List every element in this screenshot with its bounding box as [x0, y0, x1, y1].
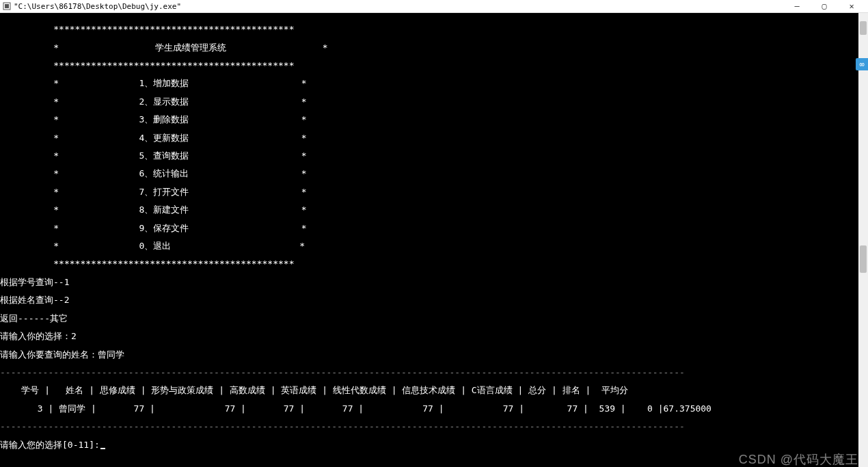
cell-name: 曾同学: [59, 403, 85, 414]
col-header: 思修成绩: [100, 385, 135, 395]
infinity-icon: ∞: [859, 59, 864, 69]
minimize-button[interactable]: —: [790, 1, 804, 12]
window-titlebar: "C:\Users\86178\Desktop\Debug\jy.exe" — …: [0, 0, 868, 13]
cell-gaoshu: 77: [284, 403, 295, 414]
col-header: 平均分: [601, 385, 628, 395]
menu-item: * 8、新建文件 *: [0, 205, 868, 214]
table-separator: ----------------------------------------…: [0, 422, 868, 431]
query-by-name: 根据姓名查询--2: [0, 295, 868, 304]
app-icon: [3, 2, 11, 10]
table-row: 3 | 曾同学 | 77 | 77 | 77 | 77 | 77 | 77 | …: [0, 404, 868, 413]
final-prompt-text: 请输入您的选择[0-11]:: [0, 440, 100, 450]
vertical-scrollbar[interactable]: [858, 13, 868, 467]
menu-item: * 3、删除数据 *: [0, 115, 868, 124]
col-header: 英语成绩: [281, 385, 316, 395]
menu-item: * 7、打开文件 *: [0, 187, 868, 196]
cell-yingyu: 77: [342, 403, 353, 414]
side-widget-icon[interactable]: ∞: [856, 58, 868, 70]
cell-pingjun: 67.375000: [664, 403, 711, 414]
cell-id: 3: [38, 403, 43, 414]
cell-sixiu: 77: [134, 403, 145, 414]
console-output: ****************************************…: [0, 13, 868, 467]
scrollbar-thumb[interactable]: [860, 21, 867, 35]
query-by-id: 根据学号查询--1: [0, 278, 868, 286]
window-controls: — ▢ ✕: [790, 1, 858, 12]
col-header: 排名: [562, 385, 580, 395]
col-header: 高数成绩: [230, 385, 265, 395]
col-header: 总分: [528, 385, 546, 395]
scrollbar-thumb[interactable]: [860, 245, 867, 273]
menu-item: * 1、增加数据 *: [0, 79, 868, 88]
col-header: 姓名: [66, 385, 83, 395]
col-header: 学号: [21, 385, 39, 395]
menu-item: * 0、退出 *: [0, 241, 868, 250]
menu-item: * 6、统计输出 *: [0, 169, 868, 178]
menu-border-bot: ****************************************…: [0, 259, 868, 268]
cell-zongfen: 539: [599, 403, 615, 414]
menu-item: * 5、查询数据 *: [0, 151, 868, 160]
close-button[interactable]: ✕: [845, 1, 858, 12]
col-header: 信息技术成绩: [402, 385, 455, 395]
window-title: "C:\Users\86178\Desktop\Debug\jy.exe": [14, 2, 790, 11]
menu-border-mid: ****************************************…: [0, 61, 868, 70]
menu-item: * 2、显示数据 *: [0, 97, 868, 106]
table-separator: ----------------------------------------…: [0, 368, 868, 377]
menu-border-top: ****************************************…: [0, 25, 868, 34]
menu-title: * 学生成绩管理系统 *: [0, 43, 868, 52]
cell-xianxing: 77: [422, 403, 433, 414]
cell-cyuyan: 77: [567, 403, 578, 414]
menu-item: * 4、更新数据 *: [0, 133, 868, 142]
cell-xinxi: 77: [503, 403, 514, 414]
col-header: 形势与政策成绩: [151, 385, 213, 395]
query-back: 返回------其它: [0, 314, 868, 323]
maximize-button[interactable]: ▢: [817, 1, 831, 12]
watermark-text: CSDN @代码大魔王: [739, 455, 858, 464]
col-header: C语言成绩: [472, 385, 513, 395]
final-prompt-line[interactable]: 请输入您的选择[0-11]:: [0, 440, 868, 449]
table-header-row: 学号 | 姓名 | 思修成绩 | 形势与政策成绩 | 高数成绩 | 英语成绩 |…: [0, 386, 868, 395]
query-name-prompt: 请输入你要查询的姓名：曾同学: [0, 350, 868, 359]
cell-paiming: 0: [647, 403, 653, 414]
cursor-icon: [100, 448, 105, 449]
query-choice: 请输入你的选择：2: [0, 332, 868, 341]
cell-xingshi: 77: [225, 403, 236, 414]
svg-rect-1: [5, 4, 9, 8]
col-header: 线性代数成绩: [333, 385, 386, 395]
menu-item: * 9、保存文件 *: [0, 224, 868, 232]
